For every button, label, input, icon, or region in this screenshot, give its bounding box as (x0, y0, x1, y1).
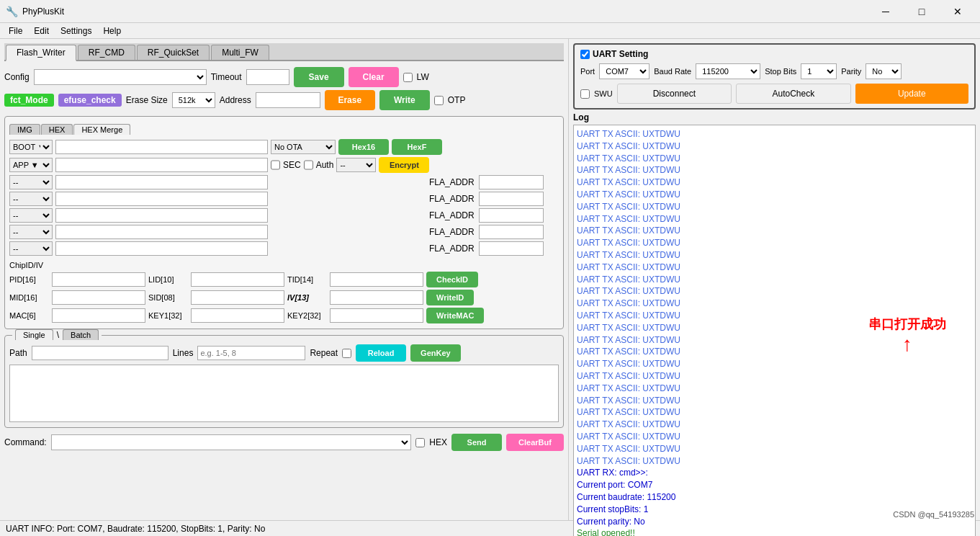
tab-single[interactable]: Single (15, 329, 53, 340)
menu-edit[interactable]: Edit (28, 24, 55, 37)
log-line: UART TX ASCII: UXTDWU (577, 177, 972, 189)
lw-checkbox[interactable] (403, 73, 413, 82)
lid-input[interactable] (191, 272, 284, 287)
tid-input[interactable] (330, 272, 423, 287)
address-input[interactable] (256, 92, 320, 108)
timeout-input[interactable]: 4000 (246, 69, 289, 85)
fla-addr-row-5: FLA_ADDR (429, 241, 559, 256)
minimize-button[interactable]: ─ (869, 0, 902, 23)
tab-rf-quickset[interactable]: RF_QuickSet (137, 45, 210, 60)
fla-addr-2[interactable] (479, 192, 544, 206)
hexf-button[interactable]: HexF (392, 139, 442, 155)
otp-checkbox[interactable] (434, 96, 444, 105)
fla3-dropdown[interactable]: -- (9, 208, 53, 223)
menu-file[interactable]: File (3, 24, 28, 37)
key1-input[interactable] (191, 308, 284, 323)
fla5-path[interactable] (55, 241, 268, 256)
stop-dropdown[interactable]: 1 (801, 63, 837, 79)
parity-dropdown[interactable]: No (866, 63, 902, 79)
boot-path[interactable] (55, 140, 268, 154)
repeat-checkbox[interactable] (342, 349, 351, 358)
hex16-button[interactable]: Hex16 (338, 139, 389, 155)
send-button[interactable]: Send (451, 434, 502, 451)
fla-addr-1[interactable] (479, 175, 544, 189)
chipid-label: ChipID/IV (9, 261, 559, 269)
key2-input[interactable] (330, 308, 423, 323)
erase-size-dropdown[interactable]: 512k (172, 92, 215, 108)
writemac-button[interactable]: WriteMAC (426, 308, 484, 323)
command-input[interactable] (51, 434, 412, 450)
disconnect-button[interactable]: Disconnect (617, 84, 732, 104)
menu-help[interactable]: Help (97, 24, 127, 37)
app-dropdown[interactable]: APP ▼ (9, 158, 53, 172)
fla1-dropdown[interactable]: -- (9, 175, 53, 189)
close-button[interactable]: ✕ (941, 0, 974, 23)
fla-addr-4[interactable] (479, 225, 544, 239)
tab-rf-cmd[interactable]: RF_CMD (78, 45, 135, 60)
boot-dropdown-left[interactable]: BOOT ▼ (9, 140, 53, 154)
hex-cmd-checkbox[interactable] (415, 438, 425, 447)
writeid-button[interactable]: WriteID (426, 290, 474, 305)
fla2-dropdown[interactable]: -- (9, 192, 53, 206)
tab-hex[interactable]: HEX (41, 124, 73, 135)
autocheck-button[interactable]: AutoCheck (736, 84, 850, 104)
clear-button[interactable]: Clear (349, 67, 399, 87)
log-line: UART TX ASCII: UXTDWU (577, 128, 972, 140)
fla-addr-3[interactable] (479, 208, 544, 223)
encrypt-button[interactable]: Encrypt (379, 157, 429, 173)
fla1-path[interactable] (55, 175, 268, 189)
mac-input[interactable] (52, 308, 145, 323)
log-area[interactable]: UART TX ASCII: UXTDWUUART TX ASCII: UXTD… (573, 125, 976, 536)
fla4-dropdown[interactable]: -- (9, 225, 53, 239)
app-path[interactable] (55, 158, 268, 172)
fla-row-2: -- (9, 192, 425, 206)
maximize-button[interactable]: □ (905, 0, 938, 23)
window-title: PhyPlusKit (22, 6, 869, 17)
path-input[interactable] (32, 346, 168, 360)
log-line: UART TX ASCII: UXTDWU (577, 153, 972, 165)
clearbuf-button[interactable]: ClearBuf (506, 434, 564, 451)
uart-enable-checkbox[interactable] (580, 50, 590, 59)
baud-dropdown[interactable]: 115200 (696, 63, 760, 79)
log-line: UART TX ASCII: UXTDWU (577, 189, 972, 201)
app-sub-dropdown[interactable]: -- (336, 158, 376, 172)
tab-batch[interactable]: Batch (63, 329, 99, 340)
fla-addr-section: FLA_ADDR FLA_ADDR FLA_ADDR FLA_ADDR (429, 175, 559, 258)
iv13-input[interactable] (330, 290, 423, 305)
tab-flash-writer[interactable]: Flash_Writer (6, 45, 76, 61)
main-tabs: Flash_Writer RF_CMD RF_QuickSet Multi_FW (4, 43, 564, 61)
tab-multi-fw[interactable]: Multi_FW (211, 45, 269, 60)
swu-checkbox[interactable] (580, 89, 590, 99)
stop-label: Stop Bits (765, 67, 796, 76)
sid-input[interactable] (191, 290, 284, 305)
menu-settings[interactable]: Settings (55, 24, 97, 37)
checkid-button[interactable]: CheckID (426, 272, 478, 287)
lines-input[interactable] (197, 346, 305, 360)
update-button[interactable]: Update (855, 84, 968, 104)
fla4-path[interactable] (55, 225, 268, 239)
tab-img[interactable]: IMG (9, 124, 40, 135)
port-dropdown[interactable]: COM7 (599, 63, 649, 79)
erase-button[interactable]: Erase (325, 90, 375, 110)
app-icon: 🔧 (6, 6, 18, 17)
swu-label: SWU (594, 89, 613, 98)
key2-label: KEY2[32] (287, 311, 327, 320)
fla3-path[interactable] (55, 208, 268, 223)
chipid-section: ChipID/IV PID[16] LID[10] TID[14] CheckI… (9, 261, 559, 323)
save-button[interactable]: Save (294, 67, 344, 87)
batch-textarea[interactable] (9, 365, 559, 422)
tab-hex-merge[interactable]: HEX Merge (73, 124, 130, 135)
auth-checkbox[interactable] (304, 158, 313, 172)
write-button[interactable]: Write (379, 90, 430, 110)
genkey-button[interactable]: GenKey (410, 344, 461, 362)
reload-button[interactable]: Reload (356, 344, 406, 362)
fla-addr-5[interactable] (479, 241, 544, 256)
sec-checkbox[interactable] (271, 158, 280, 172)
ota-dropdown[interactable]: No OTA (271, 140, 336, 154)
pid-input[interactable] (52, 272, 145, 287)
fla2-path[interactable] (55, 192, 268, 206)
config-dropdown[interactable] (34, 69, 207, 85)
mid-input[interactable] (52, 290, 145, 305)
log-line: UART TX ASCII: UXTDWU (577, 298, 972, 310)
fla5-dropdown[interactable]: -- (9, 241, 53, 256)
